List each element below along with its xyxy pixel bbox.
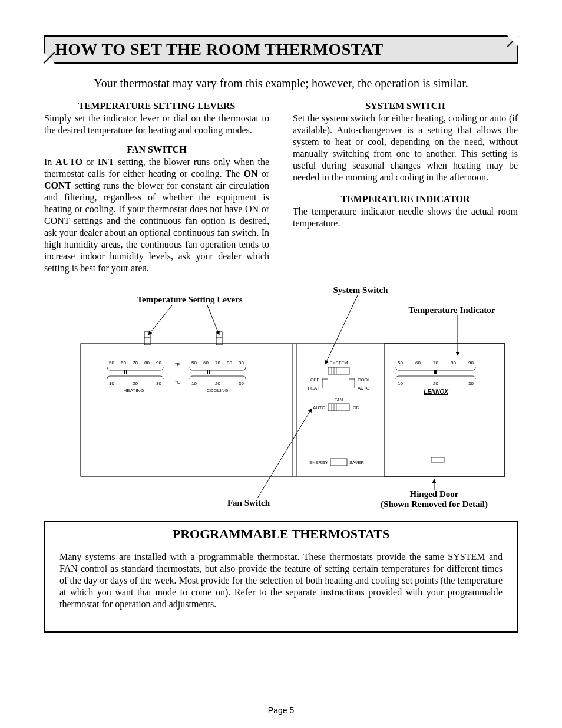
callout-hinged-door-2: (Shown Removed for Detail) xyxy=(381,499,488,509)
temp-levers-body: Simply set the indicator lever or dial o… xyxy=(44,113,269,136)
text: In xyxy=(44,157,55,167)
right-column: SYSTEM SWITCH Set the system switch for … xyxy=(293,101,518,282)
energy-saver-group: ENERGY SAVER xyxy=(309,459,364,466)
svg-text:ENERGY: ENERGY xyxy=(309,460,328,465)
svg-text:60: 60 xyxy=(415,360,421,365)
svg-text:10: 10 xyxy=(109,381,114,386)
page-title-banner: HOW TO SET THE ROOM THERMOSTAT xyxy=(44,35,518,64)
svg-text:50: 50 xyxy=(398,360,403,365)
system-switch-group: SYSTEM OFF HEAT COOL AUTO xyxy=(308,360,371,391)
fan-switch-group: FAN AUTO ON xyxy=(313,397,359,411)
svg-text:AUTO: AUTO xyxy=(313,405,325,410)
manual-page: HOW TO SET THE ROOM THERMOSTAT Your ther… xyxy=(0,0,562,728)
svg-text:30: 30 xyxy=(156,381,161,386)
temp-levers-heading: TEMPERATURE SETTING LEVERS xyxy=(44,101,269,111)
svg-text:70: 70 xyxy=(133,360,138,365)
svg-text:FAN: FAN xyxy=(335,397,343,403)
svg-text:80: 80 xyxy=(144,360,150,365)
callout-system-switch: System Switch xyxy=(333,285,389,295)
svg-text:70: 70 xyxy=(215,360,220,365)
callout-fan-switch: Fan Switch xyxy=(227,498,270,508)
svg-text:70: 70 xyxy=(433,360,438,365)
temp-indicator-heading: TEMPERATURE INDICATOR xyxy=(293,194,518,205)
svg-text:10: 10 xyxy=(398,381,403,386)
page-number: Page 5 xyxy=(0,706,562,715)
svg-text:30: 30 xyxy=(468,381,474,386)
svg-line-4 xyxy=(257,409,312,498)
svg-line-2 xyxy=(325,295,358,364)
svg-text:50: 50 xyxy=(109,360,114,365)
left-column: TEMPERATURE SETTING LEVERS Simply set th… xyxy=(44,101,269,282)
svg-text:60: 60 xyxy=(203,360,209,365)
svg-text:90: 90 xyxy=(239,360,244,365)
svg-text:SYSTEM: SYSTEM xyxy=(330,360,348,365)
svg-rect-12 xyxy=(216,332,222,345)
programmable-box: PROGRAMMABLE THERMOSTATS Many systems ar… xyxy=(44,521,518,633)
bold: ON xyxy=(243,169,257,179)
thermostat-diagram: Temperature Setting Levers System Switch… xyxy=(44,285,518,515)
svg-rect-54 xyxy=(330,459,347,466)
fan-switch-body: In AUTO or INT setting, the blower runs … xyxy=(44,156,269,274)
svg-text:50: 50 xyxy=(191,360,197,365)
two-column-body: TEMPERATURE SETTING LEVERS Simply set th… xyxy=(44,101,518,282)
bold: CONT xyxy=(44,180,71,190)
svg-text:30: 30 xyxy=(239,381,244,386)
text: setting runs the blower for constant air… xyxy=(44,180,269,273)
door-slot-icon xyxy=(431,457,444,462)
svg-text:90: 90 xyxy=(468,360,474,365)
system-switch-heading: SYSTEM SWITCH xyxy=(293,101,518,111)
unit-f: °F xyxy=(175,362,180,367)
fan-switch-heading: FAN SWITCH xyxy=(44,144,269,155)
callout-hinged-door-1: Hinged Door xyxy=(410,489,459,499)
svg-rect-48 xyxy=(328,404,349,411)
intro-text: Your thermostat may vary from this examp… xyxy=(44,77,518,90)
svg-text:COOL: COOL xyxy=(358,377,370,383)
svg-text:ON: ON xyxy=(353,405,359,410)
lever-icon xyxy=(216,332,222,345)
heating-label: HEATING xyxy=(124,388,144,393)
programmable-body: Many systems are installed with a progra… xyxy=(59,551,503,610)
bold: INT xyxy=(98,157,114,167)
svg-text:20: 20 xyxy=(133,381,138,386)
callout-temp-indicator: Temperature Indicator xyxy=(408,305,495,315)
svg-line-1 xyxy=(207,305,219,335)
callout-temp-levers: Temperature Setting Levers xyxy=(137,295,242,304)
bold: AUTO xyxy=(55,157,82,167)
svg-text:90: 90 xyxy=(156,360,161,365)
system-switch-body: Set the system switch for either heating… xyxy=(293,113,518,183)
svg-text:20: 20 xyxy=(433,381,438,386)
svg-text:OFF: OFF xyxy=(310,377,319,383)
svg-text:AUTO: AUTO xyxy=(358,386,370,391)
svg-text:20: 20 xyxy=(215,381,220,386)
programmable-heading: PROGRAMMABLE THERMOSTATS xyxy=(59,526,503,542)
text: or xyxy=(257,169,269,179)
svg-rect-35 xyxy=(328,367,349,374)
heating-scale: 50 60 70 80 90 10 20 30 HEATING xyxy=(107,360,163,393)
svg-line-0 xyxy=(148,305,172,335)
text: or xyxy=(82,157,97,167)
brand-label: LENNOX xyxy=(424,388,449,395)
indicator-scale: 50 60 70 80 90 10 20 30 xyxy=(396,360,475,386)
svg-text:60: 60 xyxy=(121,360,126,365)
cooling-scale: 50 60 70 80 90 10 20 30 COOLING xyxy=(190,360,246,393)
cooling-label: COOLING xyxy=(207,388,229,393)
temp-indicator-body: The temperature indicator needle shows t… xyxy=(293,206,518,229)
svg-text:10: 10 xyxy=(191,381,197,386)
svg-text:80: 80 xyxy=(227,360,232,365)
svg-text:SAVER: SAVER xyxy=(349,460,364,465)
page-title: HOW TO SET THE ROOM THERMOSTAT xyxy=(55,40,384,58)
unit-c: °C xyxy=(175,380,180,385)
svg-text:80: 80 xyxy=(451,360,456,365)
svg-text:HEAT: HEAT xyxy=(308,386,320,391)
